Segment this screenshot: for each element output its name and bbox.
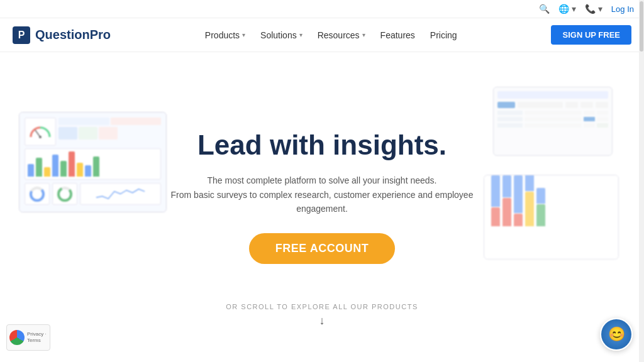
nav-solutions[interactable]: Solutions ▾ <box>260 30 303 40</box>
chevron-down-icon: ▾ <box>362 31 365 38</box>
logo-icon: P <box>13 26 30 44</box>
gauge-chart <box>25 118 56 146</box>
nav-links: Products ▾ Solutions ▾ Resources ▾ Featu… <box>205 30 457 40</box>
nav-pricing[interactable]: Pricing <box>430 30 457 40</box>
logo-name-bold: Pro <box>90 28 111 41</box>
logo-name-regular: Question <box>35 28 90 41</box>
hero-content: Lead with insights. The most complete pl… <box>165 129 479 265</box>
login-link[interactable]: Log In <box>611 4 634 14</box>
scroll-area: OR SCROLL TO EXPLORE ALL OUR PRODUCTS ↓ <box>0 303 644 327</box>
dashboard-left-mockup <box>19 112 167 212</box>
scroll-text: OR SCROLL TO EXPLORE ALL OUR PRODUCTS <box>0 303 644 310</box>
search-icon[interactable]: 🔍 <box>539 4 550 14</box>
phone-icon[interactable]: 📞 ▾ <box>585 4 602 14</box>
free-account-button[interactable]: FREE ACCOUNT <box>249 233 395 264</box>
top-bar: 🔍 🌐 ▾ 📞 ▾ Log In <box>0 0 644 18</box>
dashboard-right-bottom-mockup <box>484 175 619 260</box>
navbar: P QuestionPro Products ▾ Solutions ▾ Res… <box>0 18 644 52</box>
globe-icon[interactable]: 🌐 ▾ <box>558 4 576 14</box>
hero-section: Lead with insights. The most complete pl… <box>0 52 644 341</box>
nav-products[interactable]: Products ▾ <box>205 30 245 40</box>
hero-title: Lead with insights. <box>165 129 479 162</box>
recaptcha-text: Privacy · Terms <box>27 331 47 344</box>
nav-resources[interactable]: Resources ▾ <box>318 30 365 40</box>
chevron-down-icon: ▾ <box>242 31 245 38</box>
scrollbar-thumb[interactable] <box>640 1 643 52</box>
signup-button[interactable]: SIGN UP FREE <box>551 25 631 45</box>
bar-chart <box>25 148 161 180</box>
recaptcha-widget: Privacy · Terms <box>6 324 50 351</box>
svg-line-0 <box>35 130 40 137</box>
scroll-arrow-icon[interactable]: ↓ <box>0 314 644 327</box>
recaptcha-logo <box>9 330 25 345</box>
chevron-down-icon: ▾ <box>299 31 303 38</box>
svg-point-1 <box>39 136 42 138</box>
dashboard-right-top-mockup <box>493 87 613 156</box>
logo[interactable]: P QuestionPro <box>13 26 111 44</box>
logo-text: QuestionPro <box>35 28 111 42</box>
nav-features[interactable]: Features <box>380 30 415 40</box>
hero-subtitle: The most complete platform to solve all … <box>165 173 479 216</box>
